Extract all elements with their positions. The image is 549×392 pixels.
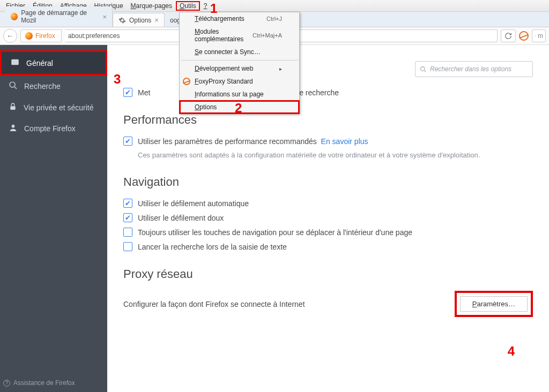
svg-point-4 <box>12 125 15 128</box>
tools-dropdown: TéléchargementsCtrl+JModules complémenta… <box>179 12 300 114</box>
menu-item-label: Développement web <box>195 65 253 72</box>
svg-point-0 <box>535 35 536 36</box>
nav-check-label: Toujours utiliser les touches de navigat… <box>138 228 412 237</box>
menu-item-label: Se connecter à Sync… <box>195 48 261 56</box>
sidebar-item-recherche[interactable]: Recherche <box>0 76 107 97</box>
nav-checkbox[interactable] <box>123 213 132 222</box>
menu-item-label: FoxyProxy Standard <box>195 78 253 85</box>
menu-item-label: Modules complémentaires <box>195 28 253 43</box>
sidebar-item-label: Général <box>26 59 53 67</box>
svg-point-5 <box>421 66 425 71</box>
check-label-left: Met <box>138 88 150 97</box>
annotation-2: 2 <box>235 101 242 116</box>
back-button[interactable]: ← <box>3 29 17 43</box>
svg-rect-1 <box>11 59 19 65</box>
foxyproxy-icon[interactable] <box>519 31 529 41</box>
close-icon[interactable]: × <box>154 16 159 24</box>
perf-note: Ces paramètres sont adaptés à la configu… <box>138 151 533 159</box>
search-box[interactable]: m <box>532 29 546 42</box>
menu-shortcut: Ctrl+Maj+A <box>253 32 282 39</box>
options-search-placeholder: Rechercher dans les options <box>430 65 511 73</box>
person-icon <box>9 123 18 134</box>
nav-checkbox[interactable] <box>123 242 132 251</box>
nav-check-label: Utiliser le défilement automatique <box>138 199 249 208</box>
search-hint: m <box>538 32 543 40</box>
sidebar: GénéralRechercheVie privée et sécuritéCo… <box>0 45 107 392</box>
sidebar-item-compte-firefox[interactable]: Compte Firefox <box>0 118 107 139</box>
tab-label: Page de démarrage de Mozil <box>21 9 99 24</box>
nav-check-label: Utiliser le défilement doux <box>138 214 224 222</box>
sidebar-item-label: Vie privée et sécurité <box>24 103 93 112</box>
menu-item-t-l-chargements[interactable]: TéléchargementsCtrl+J <box>180 12 299 25</box>
sidebar-item-vie-privée-et-sécurité[interactable]: Vie privée et sécurité <box>0 97 107 118</box>
search-icon <box>9 81 18 92</box>
proxy-desc: Configurer la façon dont Firefox se conn… <box>123 300 305 308</box>
highlight-box-4: Paramètres… <box>455 291 533 317</box>
menu-shortcut: Ctrl+J <box>266 16 282 22</box>
menu-item-label: Téléchargements <box>195 15 244 22</box>
identity-box[interactable]: Firefox <box>20 29 62 42</box>
menu-item-se-connecter-sync-[interactable]: Se connecter à Sync… <box>180 46 299 58</box>
learn-more-link[interactable]: En savoir plus <box>321 137 368 146</box>
menu-outils[interactable]: Outils <box>176 1 200 11</box>
menu-item-foxyproxy-standard[interactable]: FoxyProxy Standard <box>180 75 299 88</box>
perf-check-label: Utiliser les paramètres de performance r… <box>138 137 317 146</box>
menu-item-d-veloppement-web[interactable]: Développement web <box>180 62 299 75</box>
default-search-checkbox[interactable] <box>123 88 132 97</box>
sidebar-item-général[interactable]: Général <box>0 50 107 76</box>
menu-item-label: Informations sur la page <box>195 91 264 98</box>
nav-checkbox[interactable] <box>123 199 132 208</box>
section-title-performances: Performances <box>123 113 533 127</box>
annotation-3: 3 <box>114 72 121 87</box>
menu-marque-pages[interactable]: Marque-pages <box>127 1 176 11</box>
menu-item-label: Options <box>195 103 217 111</box>
menu-?[interactable]: ? <box>200 1 211 11</box>
close-icon[interactable]: × <box>102 13 107 21</box>
options-search[interactable]: Rechercher dans les options <box>415 61 533 77</box>
content-area: Rechercher dans les options Met de reche… <box>107 45 549 392</box>
annotation-4: 4 <box>508 344 515 359</box>
annotation-1: 1 <box>210 1 217 16</box>
menu-item-informations-sur-la-page[interactable]: Informations sur la page <box>180 88 299 101</box>
perf-recommended-checkbox[interactable] <box>123 137 132 146</box>
svg-point-2 <box>10 82 15 87</box>
nav-checkbox[interactable] <box>123 228 132 237</box>
check-label-right: de recherche <box>295 88 339 97</box>
foxyproxy-icon <box>183 78 190 85</box>
section-title-navigation: Navigation <box>123 175 533 189</box>
firefox-icon <box>25 32 33 40</box>
tab[interactable]: Page de démarrage de Mozil× <box>5 6 113 27</box>
sidebar-item-label: Recherche <box>24 82 61 91</box>
identity-label: Firefox <box>35 32 55 40</box>
lock-icon <box>9 102 17 112</box>
svg-rect-3 <box>10 106 15 110</box>
firefox-icon <box>11 13 18 20</box>
sidebar-footer[interactable]: ?Assistance de Firefox <box>0 374 107 392</box>
sidebar-item-label: Compte Firefox <box>24 124 76 133</box>
gear-icon <box>118 17 126 24</box>
menu-item-modules-compl-mentaires[interactable]: Modules complémentairesCtrl+Maj+A <box>180 25 299 46</box>
nav-check-label: Lancer la recherche lors de la saisie de… <box>138 243 287 251</box>
section-title-proxy: Proxy réseau <box>123 267 533 281</box>
tab-label: Options <box>129 17 151 24</box>
general-icon <box>10 57 20 69</box>
proxy-settings-button[interactable]: Paramètres… <box>460 296 528 312</box>
reload-button[interactable] <box>501 29 516 42</box>
tab[interactable]: Options× <box>113 13 165 27</box>
